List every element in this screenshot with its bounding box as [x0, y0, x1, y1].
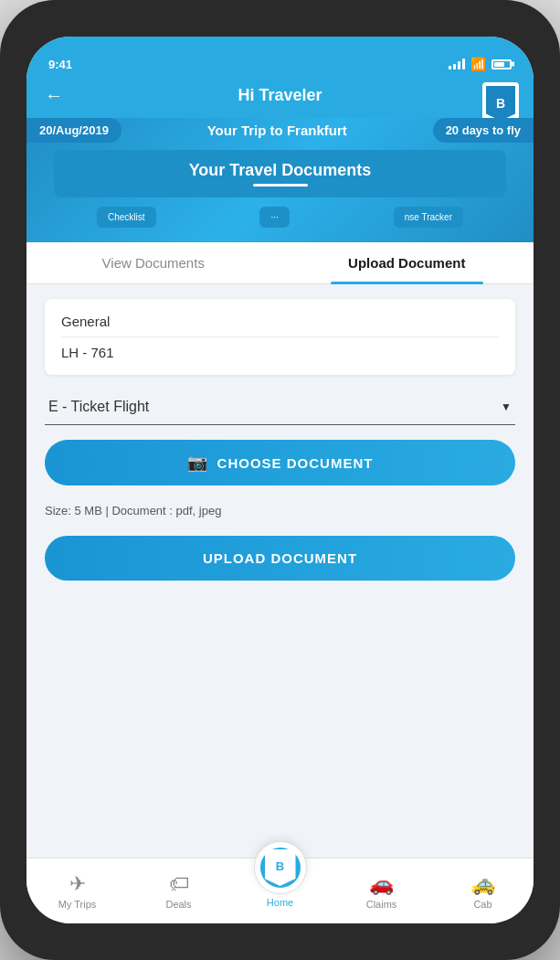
plane-icon: ✈ — [69, 872, 86, 896]
nav-my-trips[interactable]: ✈ My Trips — [26, 865, 128, 917]
status-time: 9:41 — [48, 58, 72, 71]
trip-days: 20 days to fly — [433, 118, 534, 143]
form-area: General LH - 761 E - Ticket Flight ▼ 📷 C… — [26, 284, 534, 858]
nav-label-my-trips: My Trips — [58, 899, 97, 910]
info-value: LH - 761 — [61, 345, 499, 360]
title-underline — [253, 184, 308, 187]
phone-frame: 9:41 📶 ← Hi Traveler B — [0, 0, 560, 960]
tab-upload-document[interactable]: Upload Document — [280, 242, 534, 283]
phone-notch — [207, 0, 354, 26]
ticket-type-dropdown[interactable]: E - Ticket Flight ▼ — [45, 389, 515, 425]
bottom-nav: ✈ My Trips 🏷 Deals B Home 🚗 — [26, 858, 534, 923]
signal-icon — [449, 59, 465, 69]
trip-info-row: 20/Aug/2019 Your Trip to Frankfurt 20 da… — [26, 118, 534, 150]
home-logo-circle: B — [260, 848, 301, 888]
camera-icon: 📷 — [187, 453, 208, 473]
nav-deals[interactable]: 🏷 Deals — [128, 865, 229, 917]
info-card: General LH - 761 — [45, 299, 515, 375]
nav-claims[interactable]: 🚗 Claims — [331, 865, 432, 917]
card-divider — [61, 336, 499, 337]
tab-view-documents[interactable]: View Documents — [26, 242, 280, 283]
choose-document-button[interactable]: 📷 CHOOSE DOCUMENT — [45, 440, 515, 485]
tabs: View Documents Upload Document — [26, 242, 534, 284]
checklist-menu[interactable]: Checklist — [97, 207, 156, 228]
claims-icon: 🚗 — [369, 872, 394, 896]
trip-banner: ✈🍸🎓⚛🏛 20/Aug/2019 Your Trip to Frankfurt… — [26, 118, 534, 242]
nav-label-claims: Claims — [366, 899, 397, 910]
header: ← Hi Traveler B — [26, 77, 534, 118]
status-bar: 9:41 📶 — [26, 37, 534, 77]
tag-icon: 🏷 — [169, 872, 189, 896]
logo-shield: B — [486, 86, 515, 121]
dropdown-label: E - Ticket Flight — [48, 399, 149, 415]
middle-menu[interactable]: ··· — [259, 207, 289, 228]
logo-letter: B — [496, 96, 505, 111]
nav-home[interactable]: B Home — [229, 834, 331, 915]
choose-document-label: CHOOSE DOCUMENT — [217, 455, 374, 471]
upload-document-button[interactable]: UPLOAD DOCUMENT — [45, 536, 515, 581]
trip-doc-title: Your Travel Documents — [72, 161, 488, 180]
trip-doc-title-box: Your Travel Documents — [54, 150, 506, 197]
cab-icon: 🚕 — [470, 872, 495, 896]
nav-label-cab: Cab — [473, 899, 491, 910]
expense-tracker-menu[interactable]: nse Tracker — [394, 207, 463, 228]
battery-icon — [491, 59, 512, 69]
status-icons: 📶 — [449, 57, 512, 71]
header-title: Hi Traveler — [238, 86, 322, 105]
home-center-circle: B — [254, 841, 307, 894]
trip-date: 20/Aug/2019 — [26, 118, 122, 143]
phone-screen: 9:41 📶 ← Hi Traveler B — [26, 37, 534, 923]
upload-document-label: UPLOAD DOCUMENT — [203, 550, 357, 566]
chevron-down-icon: ▼ — [501, 400, 512, 413]
home-logo-shield: B — [265, 849, 296, 886]
nav-label-deals: Deals — [165, 899, 191, 910]
back-button[interactable]: ← — [45, 85, 63, 106]
trip-menu-row: Checklist ··· nse Tracker — [26, 197, 534, 228]
trip-name: Your Trip to Frankfurt — [122, 123, 433, 138]
file-info: Size: 5 MB | Document : pdf, jpeg — [45, 500, 515, 521]
wifi-icon: 📶 — [470, 57, 486, 71]
main-content: View Documents Upload Document General L… — [26, 242, 534, 858]
info-label: General — [61, 314, 499, 329]
home-logo-letter: B — [276, 859, 284, 873]
nav-label-home: Home — [267, 897, 293, 908]
nav-cab[interactable]: 🚕 Cab — [432, 865, 534, 917]
